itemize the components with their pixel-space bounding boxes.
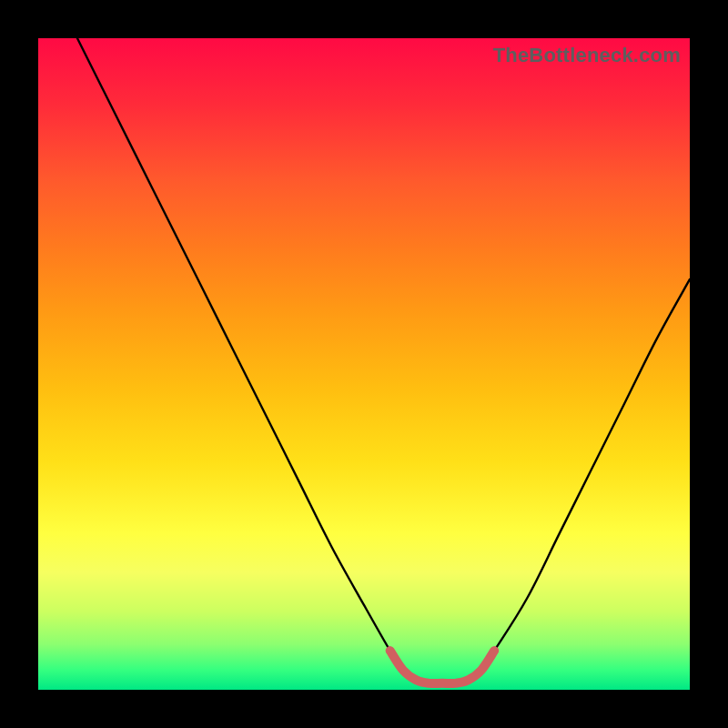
bottom-highlight-path <box>390 651 495 683</box>
chart-frame: TheBottleneck.com <box>0 0 728 728</box>
plot-area: TheBottleneck.com <box>38 38 690 690</box>
curve-svg <box>38 38 690 690</box>
bottleneck-curve-path <box>77 38 690 683</box>
